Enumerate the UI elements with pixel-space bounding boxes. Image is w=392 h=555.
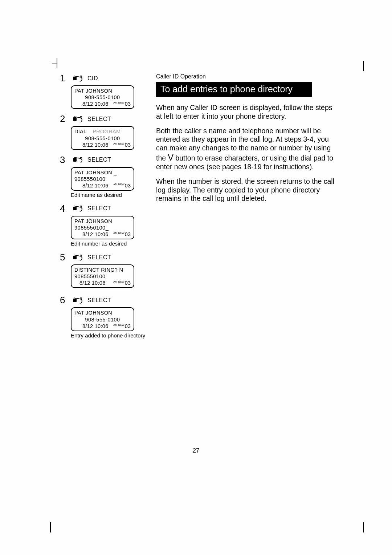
step-label: SELECT (87, 205, 111, 212)
page-content: 1 CID PAT JOHNSON 908-555-0100 8/12 10:0… (60, 73, 339, 344)
lcd-line1: DIAL PROGRAM (74, 128, 131, 135)
step-label: SELECT (87, 157, 111, 163)
title-bar: To add entries to phone directory (156, 82, 312, 97)
step: 3 SELECT PAT JOHNSON _ 9085550100 8/12 1… (60, 154, 149, 199)
lcd-screen: DISTINCT RING? N 9085550100 8/12 10:06 A… (71, 264, 134, 288)
steps-column: 1 CID PAT JOHNSON 908-555-0100 8/12 10:0… (60, 73, 149, 344)
lcd-line2: 908-555-0100 (74, 94, 131, 101)
step: 6 SELECT PAT JOHNSON 908-555-0100 8/12 1… (60, 295, 149, 339)
crop-mark (57, 58, 67, 68)
press-icon (70, 115, 84, 123)
lcd-screen: PAT JOHNSON 9085550100_ 8/12 10:06 AM NE… (71, 216, 134, 239)
lcd-count: 03 (125, 183, 131, 189)
step-label: SELECT (87, 297, 111, 304)
paragraph: When the number is stored, the screen re… (156, 177, 339, 203)
lcd-count: 03 (125, 280, 131, 286)
step: 1 CID PAT JOHNSON 908-555-0100 8/12 10:0… (60, 73, 149, 109)
lcd-amnew: AM NEW (113, 280, 124, 283)
page-number: 27 (0, 447, 392, 454)
section-header: Caller ID Operation (156, 73, 339, 80)
lcd-count: 03 (125, 323, 131, 329)
lcd-line1: PAT JOHNSON _ (74, 169, 131, 176)
step-number: 4 (60, 203, 66, 214)
step: 5 SELECT DISTINCT RING? N 9085550100 8/1… (60, 252, 149, 288)
lcd-amnew: AM NEW (113, 183, 124, 186)
press-icon (70, 74, 84, 82)
step-number: 3 (60, 154, 66, 166)
step-label: SELECT (87, 116, 111, 122)
step-number: 2 (60, 113, 66, 125)
lcd-line1: PAT JOHNSON (74, 88, 131, 94)
step-number: 1 (60, 73, 66, 84)
step: 2 SELECT DIAL PROGRAM 908-555-0100 8/12 … (60, 113, 149, 150)
lcd-amnew: AM NEW (113, 232, 124, 234)
lcd-date: 8/12 10:06 (74, 182, 109, 189)
v-button-ref: V (168, 153, 173, 162)
lcd-screen: PAT JOHNSON 908-555-0100 8/12 10:06 AM N… (71, 307, 134, 331)
lcd-line3: 8/12 10:06 AM NEW03 (74, 101, 131, 107)
lcd-line1: PAT JOHNSON (74, 218, 131, 224)
lcd-line1: DISTINCT RING? N (74, 267, 131, 273)
lcd-date: 8/12 10:06 (74, 101, 109, 107)
lcd-line2: 9085550100 (74, 273, 131, 280)
crop-mark (354, 522, 364, 532)
lcd-line2: 908-555-0100 (74, 135, 131, 142)
step-label: SELECT (87, 254, 111, 261)
lcd-date: 8/12 10:06 (74, 142, 109, 148)
lcd-amnew: AM NEW (113, 101, 124, 104)
step-label: CID (87, 75, 98, 82)
step-caption: Edit number as desired (71, 240, 149, 247)
lcd-count: 03 (125, 142, 131, 148)
lcd-line2: 9085550100 (74, 176, 131, 182)
press-icon (70, 254, 84, 262)
lcd-line3: 8/12 10:06 AM NEW03 (74, 323, 131, 329)
press-icon (70, 204, 84, 212)
lcd-count: 03 (125, 231, 131, 237)
lcd-line2: 908-555-0100 (74, 316, 131, 323)
lcd-line3: 8/12 10:06 AM NEW03 (74, 142, 131, 148)
body-column: Caller ID Operation To add entries to ph… (156, 73, 339, 344)
step-number: 6 (60, 295, 66, 306)
lcd-line3: 8/12 10:06 AM NEW03 (74, 280, 131, 286)
lcd-screen: PAT JOHNSON _ 9085550100 8/12 10:06 AM N… (71, 167, 134, 191)
crop-mark (354, 61, 364, 71)
paragraph: When any Caller ID screen is displayed, … (156, 104, 339, 121)
lcd-amnew: AM NEW (113, 324, 124, 326)
lcd-line3: 8/12 10:06 AM NEW03 (74, 182, 131, 189)
lcd-line2: 9085550100_ (74, 224, 131, 231)
lcd-screen: PAT JOHNSON 908-555-0100 8/12 10:06 AM N… (71, 85, 134, 109)
lcd-count: 03 (125, 101, 131, 107)
step-number: 5 (60, 252, 66, 263)
step-caption: Entry added to phone directory (71, 332, 149, 339)
press-icon (70, 296, 84, 304)
lcd-amnew: AM NEW (113, 142, 124, 145)
lcd-line3: 8/12 10:06 AM NEW03 (74, 231, 131, 238)
step-caption: Edit name as desired (71, 192, 149, 199)
lcd-line1: PAT JOHNSON (74, 309, 131, 316)
paragraph: Both the caller s name and telephone num… (156, 127, 339, 171)
lcd-date: 8/12 10:06 (74, 323, 109, 329)
step: 4 SELECT PAT JOHNSON 9085550100_ 8/12 10… (60, 203, 149, 247)
lcd-date: 8/12 10:06 (74, 280, 106, 286)
lcd-date: 8/12 10:06 (74, 231, 109, 238)
lcd-screen: DIAL PROGRAM 908-555-0100 8/12 10:06 AM … (71, 126, 134, 150)
crop-mark (50, 522, 60, 532)
press-icon (70, 156, 84, 164)
